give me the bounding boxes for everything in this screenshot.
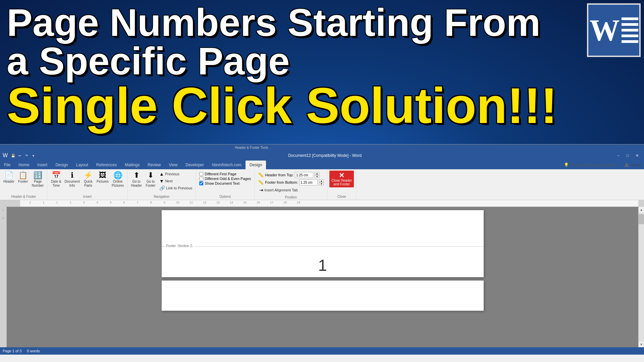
header-footer-group: 📄 Header 📋 Footer 🔢 PageNumber Header & … [0,170,47,199]
date-time-icon: 📅 [52,172,61,179]
prev-next-col: ▲ Previous ▼ Next 🔗 Link to Previous [158,171,194,191]
online-pictures-icon: 🌐 [113,172,122,179]
header-from-top-input[interactable] [295,172,313,178]
different-first-page-cb[interactable] [199,172,203,176]
page-number-btn[interactable]: 🔢 PageNumber [31,171,45,189]
go-to-header-icon: ⬆ [133,172,140,179]
title-bar: W 💾 ↩ ↷ ▾ Document12 [Compatibility Mode… [0,150,644,161]
different-odd-even-row[interactable]: Different Odd & Even Pages [199,177,251,181]
header-label: Header [3,180,14,184]
page-2 [162,281,484,311]
share-btn[interactable]: Share [632,163,641,167]
redo-qa-btn[interactable]: ↷ [24,153,29,158]
go-to-footer-label: Go toFooter [146,180,156,188]
title-line2: a Specific Page [7,42,590,80]
different-odd-even-cb[interactable] [199,177,203,181]
word-logo-letter: W [590,13,620,48]
tab-mailings[interactable]: Mailings [121,161,144,169]
online-pictures-btn[interactable]: 🌐 OnlinePictures [110,171,125,189]
tab-hbn[interactable]: hbninfotech.com [208,161,246,169]
header-position-icon: 📏 [258,172,264,178]
next-icon: ▼ [159,178,164,184]
scrollbar-vertical[interactable]: ▲ ▼ [638,207,644,347]
ruler: 2 1 1 2 3 4 5 6 7 8 9 10 11 12 13 14 15 [0,200,644,207]
footer-spin-down[interactable]: ▼ [319,182,324,185]
tab-design[interactable]: Design [51,161,72,169]
footer-btn[interactable]: 📋 Footer [16,171,30,185]
show-document-text-label: Show Document Text [205,181,239,185]
header-spin-down[interactable]: ▼ [315,175,319,178]
close-btn[interactable]: ✕ [633,152,641,159]
save-qa-btn[interactable]: 💾 [10,153,16,158]
maximize-btn[interactable]: □ [623,152,632,159]
hf-group-content: 📄 Header 📋 Footer 🔢 PageNumber [2,171,45,194]
different-first-page-label: Different First Page [205,172,236,176]
go-to-header-btn[interactable]: ⬆ Go toHeader [129,171,143,189]
show-document-text-row[interactable]: Show Document Text [199,181,251,185]
show-document-text-cb[interactable] [199,181,203,185]
footer-section-label: Footer -Section 2- [165,244,195,248]
insert-group: 📅 Date &Time ℹ DocumentInfo ⚡ QuickParts… [47,170,127,199]
close-hf-label: Close Headerand Footer [331,179,352,186]
go-to-footer-btn[interactable]: ⬇ Go toFooter [144,171,157,189]
tell-me-input[interactable]: 💡 Tell me what you want to do... [561,162,622,168]
footer-spin-up[interactable]: ▲ [319,179,324,182]
scroll-track[interactable] [639,213,644,342]
tab-file[interactable]: File [0,161,14,169]
hf-tools-label: Header & Footer Tools [235,146,268,149]
tab-design-hf[interactable]: Design [246,161,266,169]
navigation-group: ⬆ Go toHeader ⬇ Go toFooter ▲ Previous [127,170,196,199]
previous-btn[interactable]: ▲ Previous [158,171,194,177]
tab-insert[interactable]: Insert [33,161,51,169]
scroll-thumb[interactable] [639,214,644,224]
footer-icon: 📋 [18,172,28,179]
pictures-icon: 🖼 [99,172,106,179]
window-title: Document12 [Compatibility Mode] - Word [36,153,614,158]
background: Page Numbers Starting From a Specific Pa… [0,0,644,362]
minimize-btn[interactable]: − [614,152,623,159]
left-ruler-numbers: 1 2 [0,207,6,220]
tab-developer[interactable]: Developer [181,161,208,169]
insert-group-label: Insert [83,195,92,198]
scroll-up-btn[interactable]: ▲ [639,207,644,213]
undo-qa-btn[interactable]: ↩ [17,153,22,158]
title-line3: Single Click Solution!!! [7,80,590,131]
left-ruler: 1 2 [0,207,7,347]
window-controls: − □ ✕ [614,152,641,159]
header-btn[interactable]: 📄 Header [2,171,16,185]
page-indicator: Page 1 of 3 [3,349,21,353]
footer-from-bottom-input[interactable] [299,179,318,185]
different-first-page-row[interactable]: Different First Page [199,172,251,176]
link-icon: 🔗 [159,185,165,191]
word-count: 0 words [27,349,40,353]
options-group-content: Different First Page Different Odd & Eve… [198,171,252,194]
footer-section[interactable]: Footer -Section 2- 1 [162,246,484,277]
pictures-btn[interactable]: 🖼 Pictures [95,171,110,185]
scroll-down-btn[interactable]: ▼ [639,342,644,347]
doc-content[interactable]: Footer -Section 2- 1 [7,207,638,347]
document-info-btn[interactable]: ℹ DocumentInfo [63,171,81,189]
word-icon-small: W [3,153,8,159]
footer-from-bottom-row: 📏 Footer from Bottom: ▲ ▼ [258,179,324,185]
link-to-previous-btn[interactable]: 🔗 Link to Previous [158,185,194,191]
next-btn[interactable]: ▼ Next [158,178,194,184]
insert-alignment-tab-btn[interactable]: ⇥ Insert Alignment Tab [258,187,324,193]
quick-parts-btn[interactable]: ⚡ QuickParts [82,171,95,189]
more-qa-btn[interactable]: ▾ [31,153,36,158]
page-1: Footer -Section 2- 1 [162,210,484,277]
ruler-white: 2 1 1 2 3 4 5 6 7 8 9 10 11 12 13 14 15 [20,200,638,206]
tab-layout[interactable]: Layout [72,161,92,169]
footer-position-icon: 📏 [258,180,264,185]
close-header-footer-btn[interactable]: ✕ Close Headerand Footer [329,171,354,187]
footer-spin-btns: ▲ ▼ [319,179,324,185]
different-odd-even-label: Different Odd & Even Pages [205,177,251,181]
tab-review[interactable]: Review [144,161,165,169]
tab-home[interactable]: Home [14,161,33,169]
tab-view[interactable]: View [165,161,182,169]
header-spin-up[interactable]: ▲ [315,172,319,175]
date-time-btn[interactable]: 📅 Date &Time [49,171,63,189]
go-to-header-label: Go toHeader [131,180,142,188]
tab-references[interactable]: References [92,161,121,169]
document-info-label: DocumentInfo [64,180,80,188]
ruler-numbers: 2 1 1 2 3 4 5 6 7 8 9 10 11 12 13 14 15 [20,201,638,204]
